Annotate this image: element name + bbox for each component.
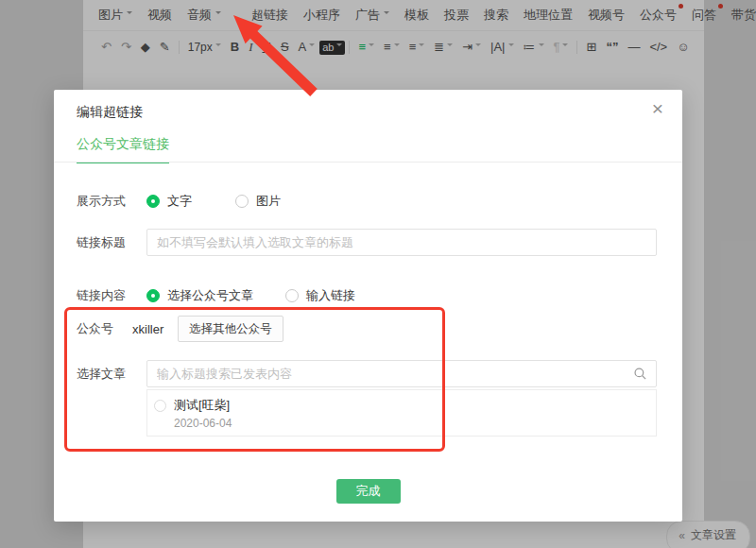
article-date: 2020-06-04 <box>174 417 656 430</box>
radio-option-image-label: 图片 <box>256 193 281 210</box>
radio-option-select-article-label: 选择公众号文章 <box>167 287 253 304</box>
dialog-title: 编辑超链接 <box>77 104 143 121</box>
display-mode-label: 展示方式 <box>77 193 146 210</box>
select-article-label: 选择文章 <box>77 366 146 383</box>
article-radio-icon[interactable] <box>154 400 166 412</box>
official-account-row: 公众号 xkiller 选择其他公众号 <box>77 316 657 342</box>
link-title-input[interactable] <box>146 229 657 256</box>
radio-option-enter-url-label: 输入链接 <box>306 287 355 304</box>
radio-option-text-label: 文字 <box>167 193 192 210</box>
article-title: 测试[旺柴] <box>174 397 230 414</box>
search-icon[interactable] <box>633 367 647 381</box>
article-result-item[interactable]: 测试[旺柴] 2020-06-04 <box>154 397 656 430</box>
link-content-row: 链接内容 选择公众号文章 输入链接 <box>77 286 657 305</box>
close-icon[interactable]: × <box>652 97 663 120</box>
radio-option-enter-url[interactable]: 输入链接 <box>285 287 355 304</box>
official-account-label: 公众号 <box>77 320 132 337</box>
account-name: xkiller <box>132 322 163 336</box>
radio-unselected-icon[interactable] <box>285 289 299 302</box>
article-result-list: 测试[旺柴] 2020-06-04 <box>146 389 657 437</box>
select-article-row: 选择文章 <box>77 360 657 387</box>
display-mode-row: 展示方式 文字 图片 <box>77 192 657 211</box>
radio-selected-icon[interactable] <box>146 289 160 302</box>
radio-option-select-article[interactable]: 选择公众号文章 <box>146 287 253 304</box>
radio-unselected-icon[interactable] <box>235 195 249 208</box>
link-title-label: 链接标题 <box>77 234 146 251</box>
finish-button[interactable]: 完成 <box>336 479 401 504</box>
article-search <box>146 360 657 387</box>
radio-option-image[interactable]: 图片 <box>235 193 281 210</box>
choose-other-account-button[interactable]: 选择其他公众号 <box>178 316 284 342</box>
edit-hyperlink-dialog: 编辑超链接 × 公众号文章链接 展示方式 文字 图片 链接标题 链接内容 选择公… <box>54 90 682 522</box>
tab-divider <box>54 162 682 163</box>
radio-option-text[interactable]: 文字 <box>146 193 192 210</box>
radio-selected-icon[interactable] <box>146 195 160 208</box>
tab-official-article-link[interactable]: 公众号文章链接 <box>77 136 169 163</box>
article-search-input[interactable] <box>146 360 657 387</box>
link-content-label: 链接内容 <box>77 287 146 304</box>
link-title-row: 链接标题 <box>77 229 657 256</box>
